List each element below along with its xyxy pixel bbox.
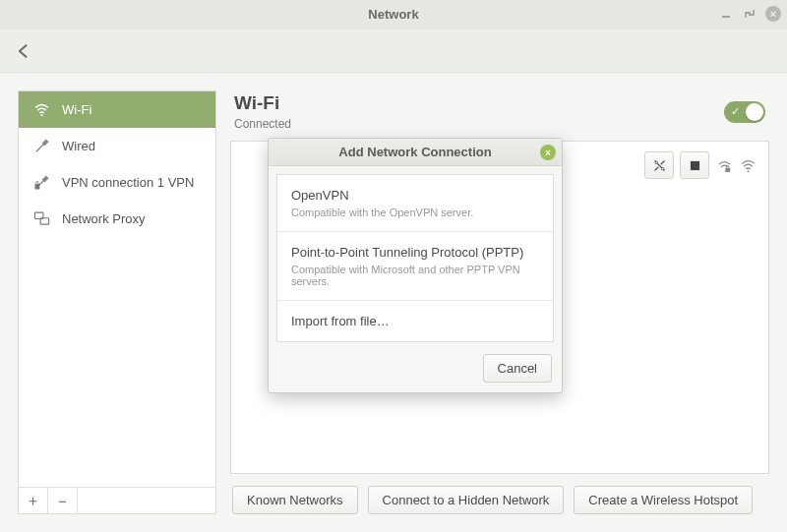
vpn-option-import[interactable]: Import from file… [277,301,553,341]
sidebar-item-label: Wired [62,139,95,153]
sidebar-item-label: Network Proxy [62,211,146,226]
maximize-button[interactable] [742,6,757,22]
sidebar-item-wifi[interactable]: Wi-Fi [19,91,215,128]
option-description: Compatible with Microsoft and other PPTP… [291,264,539,287]
option-description: Compatible with the OpenVPN server. [291,207,539,218]
svg-point-8 [747,170,749,172]
option-title: Import from file… [291,314,539,328]
svg-rect-1 [34,184,39,190]
window-title: Network [368,7,418,22]
sidebar-item-label: VPN connection 1 VPN [62,175,194,190]
svg-point-5 [661,167,664,170]
wifi-icon [32,101,50,119]
dialog-body: OpenVPN Compatible with the OpenVPN serv… [276,174,554,342]
panel-title: Wi-Fi [234,92,291,114]
add-connection-button[interactable]: ＋ [19,488,48,513]
proxy-icon [32,210,50,228]
remove-connection-button[interactable]: − [48,488,78,513]
svg-point-4 [655,161,658,164]
wifi-toggle[interactable]: ✓ [724,101,765,123]
toolbar [0,30,787,73]
option-title: Point-to-Point Tunneling Protocol (PPTP) [291,245,539,260]
toggle-knob [746,103,763,121]
svg-point-0 [40,114,42,116]
dialog-close-button[interactable]: × [540,145,556,160]
dialog-actions: Cancel [269,350,562,392]
svg-rect-6 [690,160,698,169]
bottom-buttons: Known Networks Connect to a Hidden Netwo… [230,474,769,514]
sidebar-footer: ＋ − [19,487,215,513]
sidebar-item-wired[interactable]: Wired [19,128,215,164]
content-header: Wi-Fi Connected ✓ [230,90,769,141]
connection-status: Connected [234,117,291,131]
vpn-option-pptp[interactable]: Point-to-Point Tunneling Protocol (PPTP)… [277,232,553,301]
connect-hidden-button[interactable]: Connect to a Hidden Network [368,486,565,514]
wifi-signal-icon [739,156,757,174]
settings-button[interactable] [644,151,674,179]
sidebar-item-proxy[interactable]: Network Proxy [19,201,215,237]
sidebar-item-label: Wi-Fi [62,102,91,117]
wifi-lock-icon [715,156,733,174]
dialog-titlebar: Add Network Connection × [269,139,562,166]
stop-button[interactable] [680,151,709,179]
content-heading-block: Wi-Fi Connected [234,92,291,131]
known-networks-button[interactable]: Known Networks [232,486,358,514]
cancel-button[interactable]: Cancel [483,354,552,383]
titlebar: Network × [0,0,787,30]
wired-icon [32,138,50,155]
vpn-option-openvpn[interactable]: OpenVPN Compatible with the OpenVPN serv… [277,175,553,232]
minimize-button[interactable] [718,6,734,22]
create-hotspot-button[interactable]: Create a Wireless Hotspot [574,486,753,514]
sidebar-item-vpn[interactable]: VPN connection 1 VPN [19,164,215,201]
vpn-icon [32,174,50,192]
sidebar-list: Wi-Fi Wired VPN connection 1 VPN Network… [19,91,215,487]
sidebar: Wi-Fi Wired VPN connection 1 VPN Network… [18,90,216,514]
window-controls: × [718,6,781,22]
dialog-title: Add Network Connection [338,145,491,159]
svg-rect-7 [725,167,730,171]
close-button[interactable]: × [765,6,781,22]
option-title: OpenVPN [291,188,539,203]
back-button[interactable] [10,37,37,65]
check-icon: ✓ [731,105,740,118]
add-connection-dialog: Add Network Connection × OpenVPN Compati… [268,138,563,393]
